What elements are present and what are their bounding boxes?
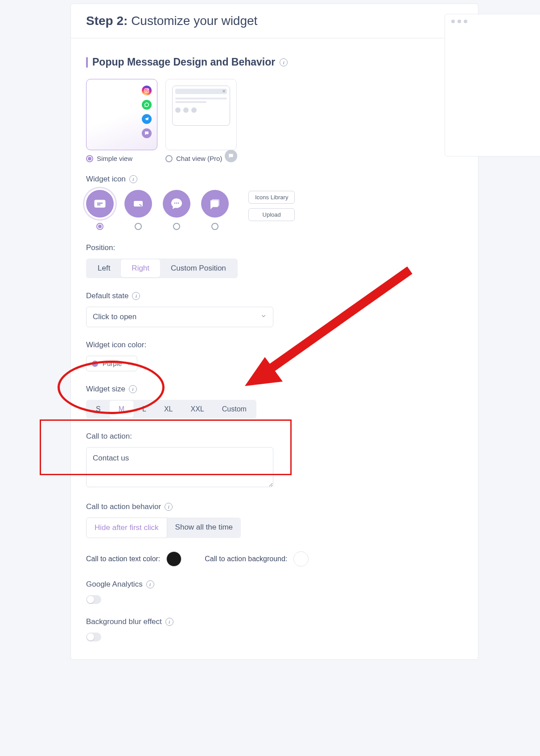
cta-bg-color-label: Call to action background: <box>205 555 287 563</box>
section-title-row: Popup Message Design and Behavior i <box>86 56 463 68</box>
widget-size-label: Widget size <box>86 385 125 394</box>
svg-point-1 <box>146 90 148 91</box>
window-traffic-dots <box>445 14 540 29</box>
chat-icon <box>142 128 152 138</box>
icon-color-picker[interactable]: Purple <box>86 356 137 371</box>
info-icon[interactable]: i <box>132 292 140 300</box>
step-prefix: Step 2: <box>86 14 128 28</box>
svg-point-5 <box>174 202 176 204</box>
position-left[interactable]: Left <box>87 259 121 277</box>
simple-view-radio[interactable] <box>86 155 93 162</box>
chat-view-card[interactable]: ✕ <box>165 79 237 150</box>
whatsapp-icon <box>142 100 152 110</box>
view-options-group: Simple view ✕ <box>86 79 463 162</box>
instagram-icon <box>142 86 152 95</box>
cta-colors-row: Call to action text color: Call to actio… <box>86 551 463 567</box>
chat-view-radio[interactable] <box>165 155 173 162</box>
svg-point-6 <box>176 202 177 204</box>
info-icon[interactable]: i <box>146 580 154 588</box>
size-xl[interactable]: XL <box>155 401 182 418</box>
size-l[interactable]: L <box>133 401 155 418</box>
size-s[interactable]: S <box>87 401 110 418</box>
widget-icon-label: Widget icon <box>86 175 126 184</box>
default-state-value: Click to open <box>93 312 136 321</box>
icons-library-button[interactable]: Icons Library <box>248 191 295 204</box>
size-xxl[interactable]: XXL <box>181 401 213 418</box>
size-m[interactable]: M <box>110 401 133 418</box>
cta-textarea[interactable] <box>86 447 273 487</box>
step-title: Customize your widget <box>131 14 257 28</box>
size-segmented: S M L XL XXL Custom <box>86 400 256 419</box>
icon-choice-4-radio[interactable] <box>211 223 218 230</box>
icon-choice-3-radio[interactable] <box>173 223 180 230</box>
svg-point-7 <box>178 202 179 204</box>
info-icon[interactable]: i <box>129 175 137 183</box>
info-icon[interactable]: i <box>165 503 173 511</box>
chevron-down-icon <box>126 361 132 366</box>
info-icon[interactable]: i <box>165 618 173 626</box>
info-icon[interactable]: i <box>129 385 137 393</box>
cta-label: Call to action: <box>86 432 132 441</box>
info-icon[interactable]: i <box>280 58 288 66</box>
chat-preview-thumb: ✕ <box>172 86 230 126</box>
section-accent <box>86 57 88 68</box>
icon-choice-2[interactable] <box>124 190 152 230</box>
icon-color-name: Purple <box>103 360 122 367</box>
bg-blur-toggle[interactable] <box>86 633 101 641</box>
size-custom[interactable]: Custom <box>213 401 256 418</box>
default-state-select[interactable]: Click to open <box>86 307 273 327</box>
upload-button[interactable]: Upload <box>248 208 295 221</box>
chat-view-label: Chat view (Pro) <box>176 155 222 162</box>
cta-behavior-field: Call to action behavior i Hide after fir… <box>86 502 463 538</box>
chat-badge-icon <box>225 150 237 162</box>
cta-behavior-show[interactable]: Show all the time <box>167 518 241 538</box>
default-state-field: Default state i Click to open <box>86 292 463 327</box>
bg-blur-field: Background blur effect i <box>86 617 463 641</box>
icon-choice-3[interactable] <box>163 190 190 230</box>
ga-toggle[interactable] <box>86 595 101 604</box>
icon-color-field: Widget icon color: Purple <box>86 341 463 371</box>
annotation-arrow <box>187 261 419 404</box>
widget-size-field: Widget size i S M L XL XXL Custom <box>86 385 463 419</box>
preview-pane <box>445 14 540 156</box>
step-header: Step 2: Customize your widget <box>71 4 478 38</box>
position-segmented: Left Right Custom Position <box>86 259 238 278</box>
simple-view-label: Simple view <box>97 155 132 162</box>
icon-choice-2-radio[interactable] <box>135 223 142 230</box>
icon-choice-4[interactable] <box>201 190 229 230</box>
cta-text-color-label: Call to action text color: <box>86 555 160 563</box>
svg-point-2 <box>148 89 148 90</box>
telegram-icon <box>142 114 152 124</box>
icon-color-label: Widget icon color: <box>86 341 146 349</box>
main-config-card: Step 2: Customize your widget Popup Mess… <box>70 4 478 660</box>
bg-blur-label: Background blur effect <box>86 617 162 626</box>
simple-view-card[interactable] <box>86 79 157 150</box>
icon-choice-1-radio[interactable] <box>96 223 103 230</box>
position-right[interactable]: Right <box>121 259 160 277</box>
google-analytics-field: Google Analytics i <box>86 580 463 604</box>
cta-behavior-label: Call to action behavior <box>86 502 161 511</box>
chevron-down-icon <box>260 312 267 321</box>
color-swatch-icon <box>92 361 98 367</box>
default-state-label: Default state <box>86 292 128 300</box>
widget-icon-field: Widget icon i <box>86 175 463 230</box>
close-icon: ✕ <box>222 89 226 94</box>
icon-choice-1[interactable] <box>86 190 114 230</box>
ga-label: Google Analytics <box>86 580 143 589</box>
position-custom[interactable]: Custom Position <box>160 259 237 277</box>
cta-behavior-segmented: Hide after first click Show all the time <box>86 518 241 538</box>
position-field: Position: Left Right Custom Position <box>86 243 463 278</box>
cta-bg-color-swatch[interactable] <box>293 551 309 567</box>
section-title: Popup Message Design and Behavior <box>92 56 275 68</box>
position-label: Position: <box>86 243 115 252</box>
cta-behavior-hide[interactable]: Hide after first click <box>86 518 167 538</box>
cta-field: Call to action: <box>86 432 463 489</box>
cta-text-color-swatch[interactable] <box>166 551 181 567</box>
